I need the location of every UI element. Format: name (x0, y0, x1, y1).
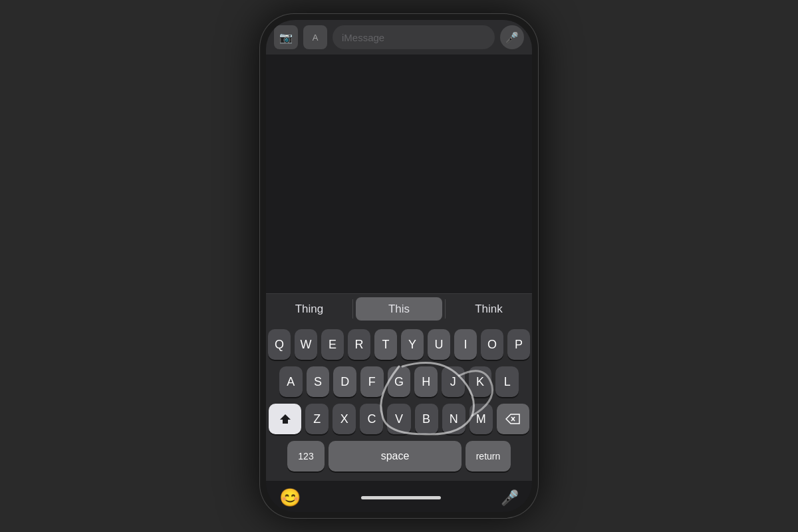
key-n[interactable]: N (442, 404, 466, 434)
key-q[interactable]: Q (268, 329, 291, 360)
camera-icon[interactable]: 📷 (274, 25, 298, 49)
keyboard-row-4: 123 space return (269, 441, 529, 471)
keyboard: Q W E R T Y U I O P A S D F G H J K (266, 324, 532, 481)
key-z[interactable]: Z (305, 404, 329, 434)
key-l[interactable]: L (495, 366, 519, 397)
key-v[interactable]: V (387, 404, 410, 434)
phone-frame: 📷 A iMessage 🎤 Thing This Think (259, 13, 539, 519)
key-i[interactable]: I (454, 329, 477, 360)
home-indicator[interactable] (361, 496, 441, 499)
keyboard-row-2: A S D F G H J K L (269, 366, 529, 397)
key-f[interactable]: F (360, 366, 384, 397)
key-c[interactable]: C (360, 404, 383, 434)
app-icon[interactable]: A (303, 25, 327, 49)
return-key[interactable]: return (466, 441, 511, 471)
key-u[interactable]: U (428, 329, 450, 360)
keyboard-row-3: Z X C V B N M (269, 404, 529, 434)
key-y[interactable]: Y (401, 329, 424, 360)
key-w[interactable]: W (295, 329, 317, 360)
autocomplete-bar: Thing This Think (266, 293, 532, 324)
key-x[interactable]: X (332, 404, 356, 434)
key-m[interactable]: M (469, 404, 493, 434)
key-o[interactable]: O (481, 329, 503, 360)
key-a[interactable]: A (279, 366, 303, 397)
autocomplete-think[interactable]: Think (446, 294, 532, 324)
message-content-area (266, 55, 532, 293)
key-p[interactable]: P (507, 329, 530, 360)
key-t[interactable]: T (374, 329, 397, 360)
key-d[interactable]: D (333, 366, 356, 397)
top-bar: 📷 A iMessage 🎤 (266, 20, 532, 55)
key-r[interactable]: R (348, 329, 370, 360)
keyboard-mic-button[interactable]: 🎤 (501, 489, 519, 507)
autocomplete-divider-1 (352, 299, 353, 319)
autocomplete-thing[interactable]: Thing (266, 294, 352, 324)
key-b[interactable]: B (415, 404, 438, 434)
key-e[interactable]: E (321, 329, 344, 360)
phone-screen: 📷 A iMessage 🎤 Thing This Think (266, 20, 532, 512)
key-g[interactable]: G (388, 366, 411, 397)
bottom-row: 😊 🎤 (266, 481, 532, 512)
message-input[interactable]: iMessage (332, 25, 495, 49)
message-placeholder: iMessage (342, 32, 384, 43)
key-s[interactable]: S (307, 366, 330, 397)
space-key[interactable]: space (329, 441, 462, 471)
backspace-key[interactable] (497, 404, 529, 434)
key-j[interactable]: J (442, 366, 465, 397)
keyboard-row-1: Q W E R T Y U I O P (269, 329, 529, 360)
key-h[interactable]: H (414, 366, 438, 397)
shift-key[interactable] (269, 404, 301, 434)
emoji-button[interactable]: 😊 (279, 487, 301, 508)
key-k[interactable]: K (469, 366, 492, 397)
numbers-key[interactable]: 123 (287, 441, 325, 471)
mic-icon[interactable]: 🎤 (500, 25, 524, 49)
autocomplete-this[interactable]: This (356, 297, 442, 321)
